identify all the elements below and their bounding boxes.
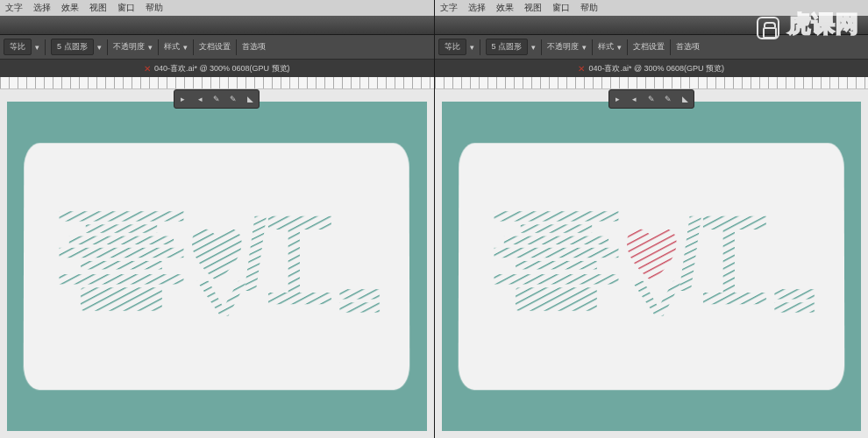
style-label: 样式 [164,41,180,53]
menu-view[interactable]: 视图 [524,2,542,14]
separator [45,39,46,55]
svg-rect-17 [494,248,618,258]
svg-rect-10 [339,289,379,299]
canvas-viewport[interactable]: ▸ ◂ ✎ ✎ ◣ [0,77,434,438]
document-tab-bar: ✕ 040-喜欢.ai* @ 300% 0608(GPU 预览) [0,60,434,77]
svg-rect-16 [503,237,608,244]
separator [107,39,108,55]
svg-rect-6 [59,274,183,284]
watermark: 虎课网 [757,9,859,39]
dropdown-icon[interactable]: ▾ [35,43,39,52]
prefs-label[interactable]: 首选项 [676,41,700,53]
panel-left: 文字 选择 效果 视图 窗口 帮助 等比 ▾ 5 点圆形 ▾ 不透明度 ▾ 样式… [0,0,435,438]
menu-text[interactable]: 文字 [440,2,458,14]
artboard-background [7,102,427,431]
svg-rect-15 [520,225,591,233]
separator [541,39,542,55]
docsetup-label[interactable]: 文档设置 [199,41,231,53]
separator [236,39,237,55]
artwork-left [51,186,383,346]
prefs-label[interactable]: 首选项 [242,41,266,53]
controlbar: 等比 ▾ 5 点圆形 ▾ 不透明度 ▾ 样式 ▾ 文档设置 首选项 [0,35,434,60]
direct-select-icon[interactable]: ◂ [629,93,641,105]
svg-rect-23 [774,289,814,299]
svg-rect-5 [81,261,162,269]
menu-effect[interactable]: 效果 [61,2,79,14]
docsetup-label[interactable]: 文档设置 [633,41,665,53]
document-tab[interactable]: ✕ 040-喜欢.ai* @ 300% 0608(GPU 预览) [144,63,290,74]
dropdown-icon[interactable]: ▾ [470,43,474,52]
selection-tool-icon[interactable]: ▸ [177,93,189,105]
separator [480,39,480,55]
shape-tool-icon[interactable]: ◣ [245,93,257,105]
floating-toolbar[interactable]: ▸ ◂ ✎ ✎ ◣ [174,89,260,109]
separator [158,39,159,55]
menu-help[interactable]: 帮助 [580,2,598,14]
opacity-label: 不透明度 [113,41,145,53]
pen-tool-icon[interactable]: ✎ [210,93,223,105]
scale-mode-button[interactable]: 等比 [4,39,32,55]
svg-marker-21 [631,281,681,316]
svg-rect-3 [69,237,174,244]
canvas-viewport[interactable]: ▸ ◂ ✎ ✎ ◣ [435,77,869,438]
close-tab-icon[interactable]: ✕ [144,64,151,74]
svg-rect-2 [86,225,157,233]
menu-select[interactable]: 选择 [468,2,486,14]
document-tab-bar: ✕ 040-喜欢.ai* @ 300% 0608(GPU 预览) [435,60,869,77]
menu-window[interactable]: 窗口 [117,2,135,14]
artwork-card [24,143,410,390]
menu-view[interactable]: 视图 [89,2,107,14]
dropdown-icon[interactable]: ▾ [582,43,587,52]
menubar: 文字 选择 效果 视图 窗口 帮助 [0,0,434,16]
svg-rect-19 [494,274,618,284]
selection-tool-icon[interactable]: ▸ [611,93,623,105]
svg-rect-20 [515,288,596,312]
svg-rect-24 [774,303,814,313]
pencil-tool-icon[interactable]: ✎ [227,93,239,105]
pencil-tool-icon[interactable]: ✎ [662,93,674,105]
titlebar [0,16,434,35]
scale-mode-button[interactable]: 等比 [438,39,466,55]
svg-rect-14 [494,212,618,222]
svg-rect-4 [59,248,183,258]
menu-window[interactable]: 窗口 [552,2,570,14]
dropdown-icon[interactable]: ▾ [617,43,622,52]
svg-rect-18 [516,261,597,269]
watermark-text: 虎课网 [788,11,859,37]
artwork-card [458,143,844,390]
floating-toolbar[interactable]: ▸ ◂ ✎ ✎ ◣ [608,89,694,109]
svg-rect-7 [81,288,162,312]
dropdown-icon[interactable]: ▾ [531,43,536,52]
direct-select-icon[interactable]: ◂ [194,93,206,105]
separator [592,39,593,55]
separator [193,39,194,55]
close-tab-icon[interactable]: ✕ [578,64,585,74]
svg-rect-9 [245,216,267,291]
svg-rect-11 [339,303,379,313]
menu-effect[interactable]: 效果 [496,2,514,14]
menu-text[interactable]: 文字 [5,2,23,14]
svg-rect-1 [60,212,184,222]
shape-tool-icon[interactable]: ◣ [679,93,691,105]
document-tab-title: 040-喜欢.ai* @ 300% 0608(GPU 预览) [588,63,724,74]
menu-help[interactable]: 帮助 [146,2,163,14]
opacity-label: 不透明度 [547,41,579,53]
separator [627,39,628,55]
horizontal-ruler [0,77,434,89]
style-label: 样式 [598,41,614,53]
separator [670,39,671,55]
svg-marker-8 [197,281,247,316]
brush-preset-button[interactable]: 5 点圆形 [486,39,529,55]
pen-tool-icon[interactable]: ✎ [645,93,658,105]
watermark-lock-icon [757,17,779,39]
dropdown-icon[interactable]: ▾ [97,43,102,52]
dropdown-icon[interactable]: ▾ [183,43,188,52]
dropdown-icon[interactable]: ▾ [148,43,153,52]
artboard-background [442,102,862,431]
menu-select[interactable]: 选择 [33,2,51,14]
brush-preset-button[interactable]: 5 点圆形 [51,39,94,55]
horizontal-ruler [435,77,869,89]
svg-rect-22 [679,216,701,291]
document-tab[interactable]: ✕ 040-喜欢.ai* @ 300% 0608(GPU 预览) [578,63,724,74]
document-tab-title: 040-喜欢.ai* @ 300% 0608(GPU 预览) [154,63,290,74]
